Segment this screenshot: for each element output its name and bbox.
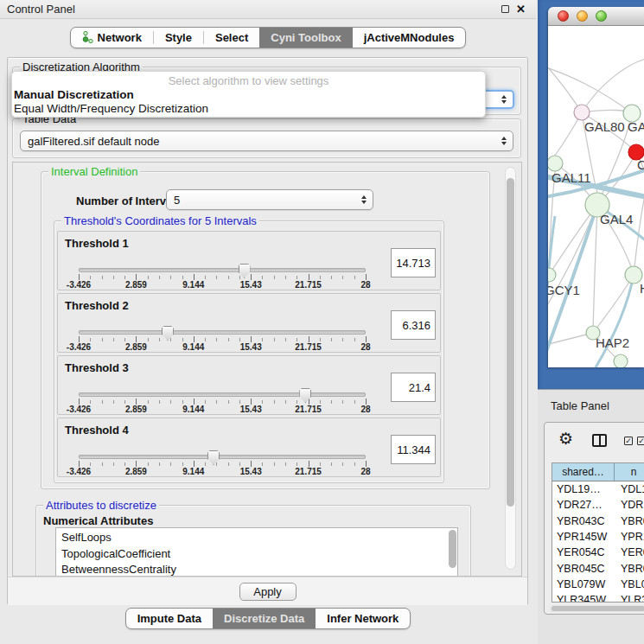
apply-button[interactable]: Apply [239,583,296,601]
table-horizontal-scrollbar[interactable] [550,605,644,612]
tab-cyni-toolbox[interactable]: Cyni Toolbox [259,28,352,48]
slider-tick-label: 28 [360,405,370,414]
tab-infer-network[interactable]: Infer Network [316,609,410,628]
gear-icon[interactable]: ⚙ [558,430,573,447]
slider-major-tick [79,399,80,405]
network-node[interactable] [614,354,628,367]
select-all-columns-icon[interactable]: ✓ [637,437,644,445]
cell-name: YBL0 [615,578,644,590]
panel-vertical-scrollbar[interactable] [505,167,516,570]
network-edge[interactable] [593,275,634,333]
threshold-slider[interactable]: -3.4262.8599.14415.4321.71528 [79,263,366,290]
tab-impute-data[interactable]: Impute Data [126,609,213,628]
top-tab-bar: NetworkStyleSelectCyni ToolboxjActiveMNo… [70,27,467,48]
close-icon[interactable]: ✕ [516,3,526,15]
attribute-item-selfloops[interactable]: SelfLoops [61,530,457,546]
table-row[interactable]: YDR27…YDR2 [552,497,644,513]
network-edge[interactable] [582,59,644,112]
attributes-group: Attributes to discretize Numerical Attri… [35,505,471,577]
node-table-container: ⚙ ✓ ✓ shared…n YDL19…YDL1YDR27…YDR2YBR04… [544,422,644,615]
threshold-slider[interactable]: -3.4262.8599.14415.4321.71528 [79,325,366,353]
slider-track[interactable] [79,268,366,272]
cell-shared-name: YER054C [552,546,615,558]
column-header-shared-[interactable]: shared… [552,463,615,481]
threshold-label: Threshold 4 [65,424,129,437]
attribute-list-scrollbar[interactable] [449,530,456,575]
slider-tick-label: 28 [360,280,370,290]
thresholds-group-label: Threshold's Coordinates for 5 Intervals [61,214,259,227]
table-row[interactable]: YBL079WYBL0 [552,577,644,592]
tab-network[interactable]: Network [71,28,153,48]
slider-tick-label: 15.43 [240,342,262,352]
slider-tick-label: 9.144 [182,405,204,414]
node-label-h: H [640,281,644,296]
algorithm-dropdown-hint[interactable]: Select algorithm to view settings [12,72,485,88]
algorithm-option-manual-discretization[interactable]: Manual Discretization [12,88,485,102]
node-label-gal80: GAL80 [584,119,625,134]
table-row[interactable]: YLR345WYLR3 [552,592,644,603]
slider-tick-label: 21.715 [295,467,322,476]
threshold-slider[interactable]: -3.4262.8599.14415.4321.71528 [79,450,366,477]
numerical-attributes-label: Numerical Attributes [43,514,153,527]
threshold-value-field[interactable]: 14.713 [391,248,436,277]
tab-style[interactable]: Style [154,28,203,48]
slider-tick-label: 2.859 [125,342,147,352]
network-node[interactable] [548,268,556,282]
table-row[interactable]: YPR145WYPR1 [552,529,644,545]
threshold-value-field[interactable]: 6.316 [391,310,436,340]
slider-minor-ticks [79,338,366,341]
slider-minor-ticks [79,462,366,466]
tab-label: jActiveMNodules [364,31,455,44]
column-header-n[interactable]: n [615,463,644,481]
control-panel-titlebar: Control Panel ✕ [0,0,536,19]
tab-select[interactable]: Select [204,28,259,48]
table-row[interactable]: YER054CYER0 [552,545,644,560]
node-label-gcy1: GCY1 [548,283,580,297]
float-window-icon[interactable] [501,5,509,13]
network-canvas[interactable]: GAL80GACGAL11GAL4GCY1HHAP2 [548,26,644,367]
network-edge[interactable] [593,205,597,333]
slider-tick-label: -3.426 [67,405,91,414]
scrollbar-thumb[interactable] [552,606,644,611]
tab-jactivemnodules[interactable]: jActiveMNodules [353,28,466,48]
slider-major-tick [79,461,80,467]
select-columns-icon[interactable]: ✓ [624,437,633,445]
node-label-gal11: GAL11 [552,170,591,185]
tab-label: Discretize Data [224,612,304,625]
slider-major-tick [136,399,137,405]
network-edge[interactable] [548,52,582,112]
threshold-panel: Threshold 3-3.4262.8599.14415.4321.71528… [57,355,441,415]
table-data-select[interactable]: galFiltered.sif default node [20,131,513,151]
threshold-value-field[interactable]: 11.344 [391,435,436,464]
slider-minor-ticks [79,400,366,404]
network-node[interactable] [548,156,563,171]
num-intervals-select[interactable]: 5 [166,189,373,210]
slider-track[interactable] [79,392,366,397]
slider-tick-label: 2.859 [125,280,147,290]
attribute-item-topologicalcoefficient[interactable]: TopologicalCoefficient [61,546,457,563]
table-row[interactable]: YBR043CYBR0 [552,513,644,529]
network-window-titlebar[interactable] [548,7,644,26]
table-row[interactable]: YBR045CYBR0 [552,560,644,576]
split-columns-icon[interactable] [592,434,607,447]
cell-shared-name: YBL079W [552,578,615,590]
table-row[interactable]: YDL19…YDL1 [552,481,644,497]
minimize-window-icon[interactable] [577,10,588,22]
tab-discretize-data[interactable]: Discretize Data [213,609,316,628]
control-panel: Control Panel ✕ NetworkStyleSelectCyni T… [0,0,536,644]
attribute-item-betweennesscentrality[interactable]: BetweennessCentrality [61,562,457,577]
close-window-icon[interactable] [558,10,569,22]
slider-track[interactable] [79,330,366,335]
network-node[interactable] [574,105,590,120]
threshold-value-field[interactable]: 21.4 [391,373,436,402]
threshold-slider[interactable]: -3.4262.8599.14415.4321.71528 [79,387,366,415]
zoom-window-icon[interactable] [596,10,607,22]
network-edge[interactable] [549,205,597,275]
algorithm-option-equal-width-frequency-discretization[interactable]: Equal Width/Frequency Discretization [12,102,485,116]
cell-shared-name: YDR27… [552,499,615,511]
scrollbar-thumb[interactable] [507,178,514,507]
slider-track[interactable] [79,455,366,459]
network-graph-icon [82,30,93,46]
slider-major-tick [136,461,137,467]
slider-major-tick [136,274,137,280]
